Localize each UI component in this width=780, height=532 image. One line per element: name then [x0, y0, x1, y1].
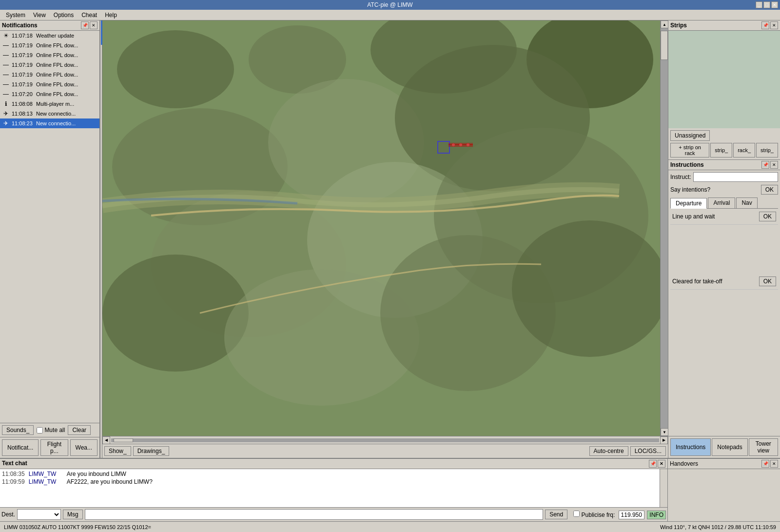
close-button[interactable]: ✕: [771, 1, 778, 8]
bottom-section: Text chat 📌 ✕ 11:08:35 LIMW_TW Are you i…: [0, 458, 780, 521]
bottom-tab-notepads[interactable]: Notepads: [712, 438, 747, 456]
mute-checkbox[interactable]: [37, 427, 43, 433]
tab-arrival[interactable]: Arrival: [708, 197, 735, 208]
strip-btn-1[interactable]: strip_: [710, 143, 732, 158]
notification-item-1[interactable]: — 11:07:19 Online FPL dow...: [0, 40, 99, 50]
msg-input[interactable]: [85, 509, 543, 520]
tab-weather[interactable]: Wea...: [70, 439, 98, 456]
notif-text-7: Multi-player m...: [36, 101, 98, 107]
chat-close-button[interactable]: ✕: [658, 460, 665, 468]
send-button[interactable]: Send: [545, 510, 567, 519]
map-scroll-left[interactable]: ◀: [102, 436, 110, 444]
map-horizontal-scroll[interactable]: ◀ ▶: [102, 436, 668, 444]
map-scroll-down[interactable]: ▼: [661, 428, 668, 436]
msg-button[interactable]: Msg: [63, 510, 83, 519]
add-strip-button[interactable]: + strip on rack: [670, 143, 709, 158]
maximize-button[interactable]: □: [763, 1, 770, 8]
chat-input-row: Dest. Msg Send Publicise frq: 119.950 IN…: [0, 507, 667, 521]
notification-item-7[interactable]: ℹ 11:08:08 Multi-player m...: [0, 99, 99, 109]
notification-item-9[interactable]: ✈ 11:08:23 New connectio...: [0, 118, 99, 128]
map-hscroll-track[interactable]: [111, 438, 659, 442]
instruct-input[interactable]: [693, 172, 778, 182]
minimize-button[interactable]: _: [756, 1, 762, 8]
map-scroll-up[interactable]: ▲: [661, 20, 668, 28]
notifications-close-button[interactable]: ✕: [90, 21, 98, 29]
status-left: LIMW 031050Z AUTO 11007KT 9999 FEW150 22…: [4, 524, 650, 530]
chat-message-1: 11:09:59 LIMW_TW AF2222, are you inbound…: [2, 478, 658, 486]
menu-system[interactable]: System: [2, 11, 29, 20]
strips-pin-button[interactable]: 📌: [761, 21, 769, 29]
publicise-checkbox[interactable]: [573, 511, 580, 517]
chat-scroll[interactable]: [660, 469, 667, 507]
handovers-pin-button[interactable]: 📌: [761, 460, 769, 468]
instructions-title: Instructions: [670, 161, 704, 168]
instructions-area: Instruct: Say intentions? OK Departure A…: [668, 170, 780, 436]
svg-point-19: [452, 143, 455, 146]
line-up-wait-ok-button[interactable]: OK: [759, 212, 776, 221]
chat-title: Text chat: [2, 460, 27, 467]
loc-gs-button[interactable]: LOC/GS...: [630, 446, 666, 456]
rack-btn-1[interactable]: rack_: [733, 143, 755, 158]
menu-view[interactable]: View: [29, 11, 50, 20]
chat-pin-button[interactable]: 📌: [649, 460, 657, 468]
map-scroll-track[interactable]: [661, 28, 668, 428]
say-intentions-label: Say intentions?: [670, 186, 710, 193]
tab-notifications[interactable]: Notificat...: [2, 439, 39, 456]
notification-item-6[interactable]: — 11:07:20 Online FPL dow...: [0, 89, 99, 99]
notifications-bottom-bar: Sounds_ Mute all Clear: [0, 423, 99, 437]
notification-item-5[interactable]: — 11:07:19 Online FPL dow...: [0, 79, 99, 89]
notifications-pin-button[interactable]: 📌: [81, 21, 89, 29]
drawings-button[interactable]: Drawings_: [133, 446, 170, 456]
map-view[interactable]: [102, 20, 660, 436]
main-layout: Notifications 📌 ✕ ☀ 11:07:18 Weather upd…: [0, 20, 780, 458]
svg-point-11: [102, 255, 249, 372]
sounds-button[interactable]: Sounds_: [2, 425, 34, 435]
chat-message-0: 11:08:35 LIMW_TW Are you inbound LIMW: [2, 470, 658, 478]
unassigned-button[interactable]: Unassigned: [670, 130, 710, 141]
notif-text-9: New connectio...: [36, 120, 98, 126]
map-container: ▲ ▼ ◀ ▶ Show_ Drawings_ Auto-centre LOC/…: [102, 20, 668, 458]
menu-options[interactable]: Options: [50, 11, 78, 20]
instructions-section: Instructions 📌 ✕ Instruct: Say intention…: [668, 160, 780, 458]
notification-item-3[interactable]: — 11:07:19 Online FPL dow...: [0, 60, 99, 70]
tab-departure[interactable]: Departure: [670, 198, 707, 209]
tab-nav[interactable]: Nav: [736, 197, 757, 208]
instructions-bottom-tabs: Instructions Notepads Tower view: [668, 436, 780, 458]
auto-centre-button[interactable]: Auto-centre: [589, 446, 628, 456]
strip-btn-2[interactable]: strip_: [756, 143, 778, 158]
notifications-title: Notifications: [2, 22, 38, 29]
dest-select[interactable]: [17, 509, 61, 520]
map-scroll-thumb: [661, 31, 668, 60]
bottom-tab-instructions[interactable]: Instructions: [670, 438, 711, 456]
handovers-close-button[interactable]: ✕: [770, 460, 778, 468]
instructions-pin-button[interactable]: 📌: [761, 161, 769, 169]
menu-bar: System View Options Cheat Help: [0, 10, 780, 20]
strips-header-icons: 📌 ✕: [761, 21, 778, 29]
handovers-header: Handovers 📌 ✕: [668, 459, 780, 469]
chat-time-0: 11:08:35: [2, 471, 25, 477]
notification-item-0[interactable]: ☀ 11:07:18 Weather update: [0, 31, 99, 40]
bottom-tab-tower[interactable]: Tower view: [749, 438, 778, 456]
say-intentions-ok-button[interactable]: OK: [761, 185, 778, 195]
menu-cheat[interactable]: Cheat: [78, 11, 101, 20]
cleared-takeoff-ok-button[interactable]: OK: [759, 276, 776, 286]
mute-label: Mute all: [37, 427, 65, 433]
notification-item-2[interactable]: — 11:07:19 Online FPL dow...: [0, 50, 99, 60]
notif-text-3: Online FPL dow...: [36, 62, 98, 68]
notif-icon-7: ℹ: [2, 100, 10, 107]
notification-item-4[interactable]: — 11:07:19 Online FPL dow...: [0, 70, 99, 79]
notification-item-8[interactable]: ✈ 11:08:13 New connectio...: [0, 109, 99, 118]
map-vertical-scroll[interactable]: ▲ ▼: [660, 20, 668, 436]
strips-title: Strips: [670, 22, 687, 29]
chat-text-1: AF2222, are you inbound LIMW?: [67, 478, 153, 485]
strips-close-button[interactable]: ✕: [770, 21, 778, 29]
tab-flight-plans[interactable]: Flight p...: [40, 439, 68, 456]
menu-help[interactable]: Help: [101, 11, 121, 20]
window-controls: _ □ ✕: [756, 1, 778, 8]
clear-button[interactable]: Clear: [68, 425, 91, 435]
instructions-close-button[interactable]: ✕: [770, 161, 778, 169]
chat-sender-1: LIMW_TW: [29, 478, 63, 485]
notification-list: ☀ 11:07:18 Weather update — 11:07:19 Onl…: [0, 31, 99, 423]
show-button[interactable]: Show_: [104, 446, 131, 456]
map-scroll-right[interactable]: ▶: [660, 436, 668, 444]
